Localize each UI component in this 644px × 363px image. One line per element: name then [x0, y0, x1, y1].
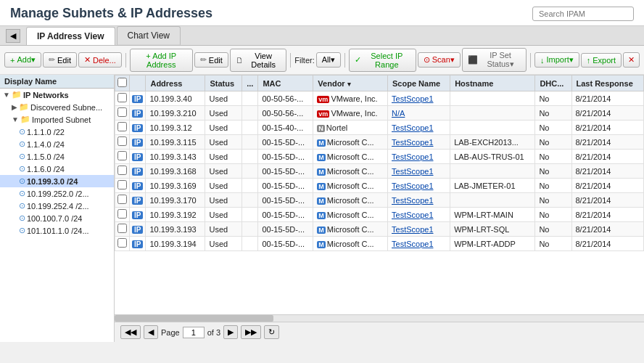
sidebar-label: 1.1.4.0 /24	[27, 140, 65, 149]
export-button[interactable]: ↑ Export	[581, 53, 622, 68]
add-ip-button[interactable]: + Add IP Address	[130, 49, 193, 72]
cell-checkbox[interactable]	[115, 91, 130, 106]
close-toolbar-button[interactable]: ✕	[623, 52, 640, 68]
edit-button[interactable]: ✏ Edit	[43, 52, 77, 68]
col-hostname[interactable]: Hostname	[450, 76, 535, 91]
import-button[interactable]: ↓ Import▾	[534, 52, 579, 68]
sidebar-item-subnet5[interactable]: ⊙ 10.199.3.0 /24	[0, 175, 114, 187]
select-ip-range-button[interactable]: ✓ Select IP Range	[349, 49, 416, 72]
first-page-button[interactable]: ◀◀	[120, 325, 141, 339]
last-page-button[interactable]: ▶▶	[241, 325, 261, 339]
cell-address: 10.199.3.169	[146, 179, 205, 193]
filter-label: Filter:	[294, 56, 315, 65]
col-last-response[interactable]: Last Response	[571, 76, 644, 91]
col-status[interactable]: Status	[205, 76, 242, 91]
cell-scope[interactable]: TestScope1	[388, 150, 450, 164]
sidebar-item-subnet2[interactable]: ⊙ 1.1.4.0 /24	[0, 138, 114, 150]
table-row: IP 10.199.3.193 Used 00-15-5D-... MMicro…	[115, 222, 644, 237]
cell-scope[interactable]: TestScope1	[388, 121, 450, 135]
prev-page-button[interactable]: ◀	[144, 325, 158, 339]
cell-mac: 00-15-5D-...	[258, 222, 313, 237]
sidebar-item-subnet7[interactable]: ⊙ 10.199.252.4 /2...	[0, 200, 114, 212]
cell-scope[interactable]: TestScope1	[388, 164, 450, 179]
cell-checkbox[interactable]	[115, 106, 130, 121]
sidebar-label: 10.199.3.0 /24	[27, 177, 78, 186]
sidebar-item-subnet3[interactable]: ⊙ 1.1.5.0 /24	[0, 150, 114, 163]
cell-checkbox[interactable]	[115, 135, 130, 150]
cell-scope[interactable]: TestScope1	[388, 179, 450, 193]
export-icon: ↑	[587, 56, 591, 65]
cell-last-response: 8/21/2014	[571, 164, 644, 179]
cell-checkbox[interactable]	[115, 222, 130, 237]
cell-checkbox[interactable]	[115, 179, 130, 193]
cell-status: Used	[205, 121, 242, 135]
cell-type: IP	[130, 208, 146, 222]
search-input[interactable]	[532, 7, 634, 21]
table-row: IP 10.199.3.115 Used 00-15-5D-... MMicro…	[115, 135, 644, 150]
details-icon: 🗋	[236, 56, 244, 65]
cell-scope[interactable]: TestScope1	[388, 222, 450, 237]
tab-ip-address-view[interactable]: IP Address View	[26, 27, 115, 45]
sidebar-item-subnet6[interactable]: ⊙ 10.199.252.0 /2...	[0, 187, 114, 200]
next-page-button[interactable]: ▶	[223, 325, 238, 339]
sidebar-item-discovered[interactable]: ▶ 📁 Discovered Subne...	[0, 101, 114, 113]
tab-chart-view[interactable]: Chart View	[117, 26, 181, 45]
sidebar-item-imported[interactable]: ▼ 📁 Imported Subnet	[0, 113, 114, 126]
add-button[interactable]: + Add▾	[4, 52, 41, 68]
subnet5-icon: ⊙	[19, 176, 25, 186]
cell-scope[interactable]: TestScope1	[388, 237, 450, 251]
sidebar-item-subnet1[interactable]: ⊙ 1.1.1.0 /22	[0, 126, 114, 138]
cell-scope[interactable]: TestScope1	[388, 135, 450, 150]
cell-type: IP	[130, 222, 146, 237]
pencil-icon: ✏	[49, 55, 55, 65]
cell-checkbox[interactable]	[115, 121, 130, 135]
scan-icon: ⊙	[424, 55, 430, 65]
cell-scope[interactable]: TestScope1	[388, 208, 450, 222]
col-vendor[interactable]: Vendor ▾	[313, 76, 388, 91]
cell-mac: 00-15-5D-...	[258, 208, 313, 222]
cell-address: 10.199.3.192	[146, 208, 205, 222]
cell-type: IP	[130, 135, 146, 150]
col-mac[interactable]: MAC	[258, 76, 313, 91]
sidebar-item-subnet4[interactable]: ⊙ 1.1.6.0 /24	[0, 163, 114, 175]
cell-checkbox[interactable]	[115, 193, 130, 208]
sidebar-item-subnet8[interactable]: ⊙ 100.100.7.0 /24	[0, 212, 114, 224]
table-scrollbar[interactable]	[115, 314, 644, 322]
cell-checkbox[interactable]	[115, 164, 130, 179]
cell-checkbox[interactable]	[115, 150, 130, 164]
main-content: Display Name ▼ 📁 IP Networks ▶ 📁 Discove…	[0, 75, 644, 342]
refresh-button[interactable]: ↻	[264, 325, 279, 339]
cell-mac: 00-15-5D-...	[258, 164, 313, 179]
cell-last-response: 8/21/2014	[571, 106, 644, 121]
cell-dhc: No	[535, 208, 571, 222]
sidebar-item-subnet9[interactable]: ⊙ 101.101.1.0 /24...	[0, 224, 114, 237]
col-scope[interactable]: Scope Name	[388, 76, 450, 91]
cell-dhc: No	[535, 164, 571, 179]
delete-button[interactable]: ✕ Dele...	[78, 52, 122, 68]
cell-vendor: MMicrosoft C...	[313, 193, 388, 208]
cell-vendor: MMicrosoft C...	[313, 222, 388, 237]
view-details-button[interactable]: 🗋 View Details	[230, 49, 287, 72]
select-all-checkbox[interactable]	[117, 78, 127, 87]
set-status-button[interactable]: ⬛ IP Set Status▾	[462, 48, 527, 72]
cell-address: 10.199.3.115	[146, 135, 205, 150]
col-dhc[interactable]: DHC...	[535, 76, 571, 91]
cell-mac: 00-50-56-...	[258, 106, 313, 121]
cell-status: Used	[205, 208, 242, 222]
table-row: IP 10.199.3.40 Used 00-50-56-... vmVMwar…	[115, 91, 644, 106]
scan-button[interactable]: ⊙ Scan▾	[418, 52, 461, 68]
cell-address: 10.199.3.210	[146, 106, 205, 121]
edit2-button[interactable]: ✏ Edit	[194, 52, 228, 68]
col-address[interactable]: Address	[146, 76, 205, 91]
cell-scope[interactable]: TestScope1	[388, 193, 450, 208]
cell-scope[interactable]: N/A	[388, 106, 450, 121]
cell-checkbox[interactable]	[115, 237, 130, 251]
page-number-input[interactable]	[183, 327, 205, 338]
cell-mac: 00-15-40-...	[258, 121, 313, 135]
cell-last-response: 8/21/2014	[571, 179, 644, 193]
tab-collapse-btn[interactable]: ◀	[6, 29, 20, 43]
cell-scope[interactable]: TestScope1	[388, 91, 450, 106]
filter-all-button[interactable]: All▾	[316, 52, 341, 68]
cell-checkbox[interactable]	[115, 208, 130, 222]
sidebar-item-ip-networks[interactable]: ▼ 📁 IP Networks	[0, 89, 114, 101]
